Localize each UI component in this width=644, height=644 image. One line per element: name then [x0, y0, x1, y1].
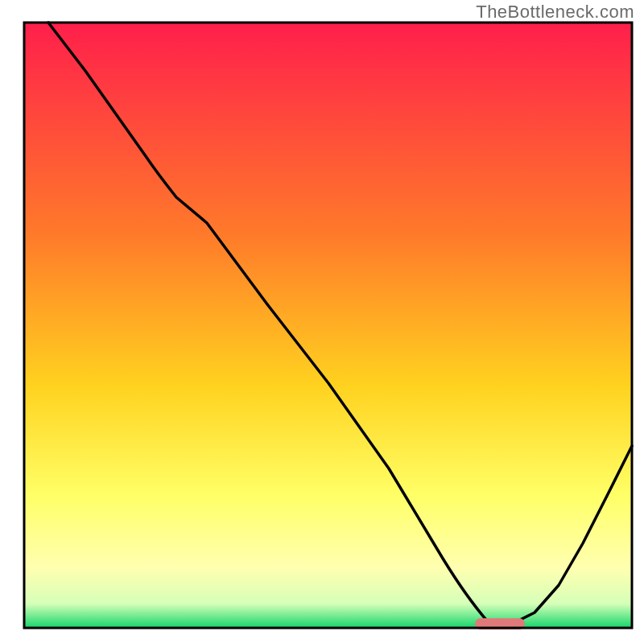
- watermark-text: TheBottleneck.com: [476, 2, 634, 23]
- chart-frame: TheBottleneck.com: [0, 0, 644, 644]
- chart-svg: [0, 0, 644, 644]
